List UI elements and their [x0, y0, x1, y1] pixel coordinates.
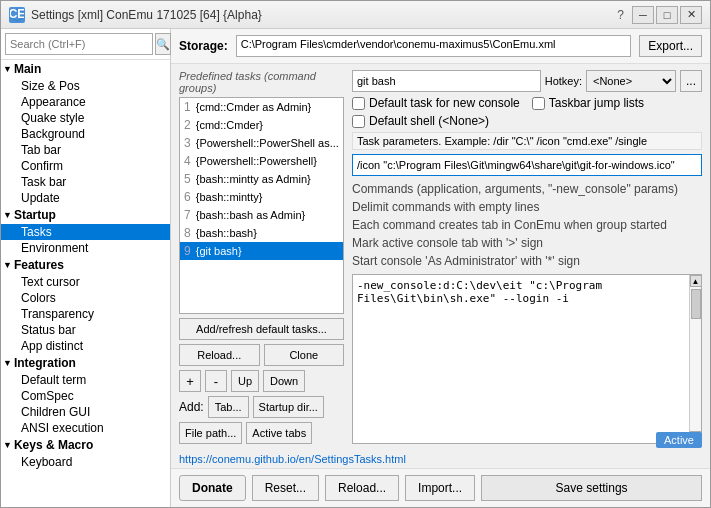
- remove-task-button[interactable]: -: [205, 370, 227, 392]
- taskbar-jump-checkbox-item: Taskbar jump lists: [532, 96, 644, 110]
- sidebar-item-update[interactable]: Update: [1, 190, 170, 206]
- task-item-3[interactable]: 3 {Powershell::PowerShell as...: [180, 134, 343, 152]
- task-item-6[interactable]: 6 {bash::mintty}: [180, 188, 343, 206]
- sidebar-item-background[interactable]: Background: [1, 126, 170, 142]
- task-item-9[interactable]: 9 {git bash}: [180, 242, 343, 260]
- sidebar-item-integration[interactable]: ▼ Integration: [1, 354, 170, 372]
- commands-textarea[interactable]: -new_console:d:C:\dev\eit "c:\Program Fi…: [353, 275, 689, 443]
- task-item-1[interactable]: 1 {cmd::Cmder as Admin}: [180, 98, 343, 116]
- scroll-thumb[interactable]: [691, 289, 701, 319]
- sidebar-item-features[interactable]: ▼ Features: [1, 256, 170, 274]
- task-item-7[interactable]: 7 {bash::bash as Admin}: [180, 206, 343, 224]
- sidebar-item-size-pos[interactable]: Size & Pos: [1, 78, 170, 94]
- window-controls: ─ □ ✕: [632, 6, 702, 24]
- params-description: Task parameters. Example: /dir "C:\" /ic…: [352, 132, 702, 150]
- search-button[interactable]: 🔍: [155, 33, 171, 55]
- maximize-button[interactable]: □: [656, 6, 678, 24]
- commands-label-3: Each command creates tab in ConEmu when …: [352, 218, 667, 232]
- default-new-console-checkbox-item: Default task for new console: [352, 96, 520, 110]
- tasks-panel: Predefined tasks (command groups) 1 {cmd…: [171, 64, 710, 450]
- add-label: Add:: [179, 400, 204, 414]
- donate-button[interactable]: Donate: [179, 475, 246, 501]
- sidebar-item-confirm[interactable]: Confirm: [1, 158, 170, 174]
- minimize-button[interactable]: ─: [632, 6, 654, 24]
- close-button[interactable]: ✕: [680, 6, 702, 24]
- file-path-button[interactable]: File path...: [179, 422, 242, 444]
- commands-label-4: Mark active console tab with '>' sign: [352, 236, 543, 250]
- commands-textarea-wrap: -new_console:d:C:\dev\eit "c:\Program Fi…: [352, 274, 702, 444]
- move-down-button[interactable]: Down: [263, 370, 305, 392]
- tab-button[interactable]: Tab...: [208, 396, 249, 418]
- settings-link[interactable]: https://conemu.github.io/en/SettingsTask…: [179, 453, 406, 465]
- export-button[interactable]: Export...: [639, 35, 702, 57]
- active-tabs-button[interactable]: Active tabs: [246, 422, 312, 444]
- sidebar-item-status-bar[interactable]: Status bar: [1, 322, 170, 338]
- checkboxes-row2: Default shell (<None>): [352, 114, 702, 128]
- sidebar-item-appearance[interactable]: Appearance: [1, 94, 170, 110]
- task-name-input[interactable]: [352, 70, 541, 92]
- section-label: Predefined tasks (command groups): [179, 70, 344, 94]
- sidebar-item-ansi-execution[interactable]: ANSI execution: [1, 420, 170, 436]
- task-item-4[interactable]: 4 {Powershell::Powershell}: [180, 152, 343, 170]
- sidebar-item-main[interactable]: ▼ Main: [1, 60, 170, 78]
- sidebar-item-keyboard[interactable]: Keyboard: [1, 454, 170, 470]
- sidebar-label-startup: Startup: [14, 208, 56, 222]
- help-icon[interactable]: ?: [617, 8, 624, 22]
- bottom-link-area: https://conemu.github.io/en/SettingsTask…: [171, 450, 710, 468]
- expand-arrow-features: ▼: [3, 260, 12, 270]
- sidebar-item-environment[interactable]: Environment: [1, 240, 170, 256]
- sidebar-item-transparency[interactable]: Transparency: [1, 306, 170, 322]
- add-refresh-button[interactable]: Add/refresh default tasks...: [179, 318, 344, 340]
- active-badge: Active: [656, 432, 702, 448]
- add-task-button[interactable]: +: [179, 370, 201, 392]
- save-settings-button[interactable]: Save settings: [481, 475, 702, 501]
- sidebar-item-quake-style[interactable]: Quake style: [1, 110, 170, 126]
- sidebar-item-text-cursor[interactable]: Text cursor: [1, 274, 170, 290]
- main-content: 🔍 ▼ Main Size & Pos Appearance Quake sty…: [1, 29, 710, 507]
- sidebar-label-features: Features: [14, 258, 64, 272]
- active-badge-container: Active: [656, 432, 702, 448]
- commands-label-5: Start console 'As Administrator' with '*…: [352, 254, 580, 268]
- sidebar-item-tab-bar[interactable]: Tab bar: [1, 142, 170, 158]
- reset-button[interactable]: Reset...: [252, 475, 319, 501]
- reload-button[interactable]: Reload...: [179, 344, 260, 366]
- search-input[interactable]: [5, 33, 153, 55]
- storage-bar: Storage: C:\Program Files\cmder\vendor\c…: [171, 29, 710, 64]
- window-title: Settings [xml] ConEmu 171025 [64] {Alpha…: [31, 8, 262, 22]
- icon-path-input[interactable]: [352, 154, 702, 176]
- expand-arrow-startup: ▼: [3, 210, 12, 220]
- commands-description: Commands (application, arguments, "-new_…: [352, 180, 702, 270]
- storage-path: C:\Program Files\cmder\vendor\conemu-max…: [236, 35, 632, 57]
- scroll-up-arrow[interactable]: ▲: [690, 275, 702, 287]
- default-shell-checkbox[interactable]: [352, 115, 365, 128]
- titlebar-left: CE Settings [xml] ConEmu 171025 [64] {Al…: [9, 7, 262, 23]
- default-new-console-checkbox[interactable]: [352, 97, 365, 110]
- sidebar-label-main: Main: [14, 62, 41, 76]
- sidebar-item-keys-macro[interactable]: ▼ Keys & Macro: [1, 436, 170, 454]
- task-item-8[interactable]: 8 {bash::bash}: [180, 224, 343, 242]
- import-button[interactable]: Import...: [405, 475, 475, 501]
- sidebar-item-default-term[interactable]: Default term: [1, 372, 170, 388]
- default-shell-label: Default shell (<None>): [369, 114, 489, 128]
- sidebar-item-children-gui[interactable]: Children GUI: [1, 404, 170, 420]
- sidebar: 🔍 ▼ Main Size & Pos Appearance Quake sty…: [1, 29, 171, 507]
- task-detail: Hotkey: <None> ... Default task for new …: [352, 70, 702, 444]
- reload-settings-button[interactable]: Reload...: [325, 475, 399, 501]
- startup-dir-button[interactable]: Startup dir...: [253, 396, 324, 418]
- sidebar-item-tasks[interactable]: Tasks: [1, 224, 170, 240]
- taskbar-jump-checkbox[interactable]: [532, 97, 545, 110]
- task-item-2[interactable]: 2 {cmd::Cmder}: [180, 116, 343, 134]
- hotkey-select[interactable]: <None>: [586, 70, 676, 92]
- hotkey-more-button[interactable]: ...: [680, 70, 702, 92]
- sidebar-item-task-bar[interactable]: Task bar: [1, 174, 170, 190]
- svg-text:CE: CE: [10, 8, 24, 21]
- task-item-5[interactable]: 5 {bash::mintty as Admin}: [180, 170, 343, 188]
- sidebar-item-comspec[interactable]: ComSpec: [1, 388, 170, 404]
- sidebar-item-colors[interactable]: Colors: [1, 290, 170, 306]
- sidebar-item-app-distinct[interactable]: App distinct: [1, 338, 170, 354]
- sidebar-item-startup[interactable]: ▼ Startup: [1, 206, 170, 224]
- clone-button[interactable]: Clone: [264, 344, 345, 366]
- add-refresh-row: Add/refresh default tasks...: [179, 318, 344, 340]
- task-nav-row: + - Up Down: [179, 370, 344, 392]
- move-up-button[interactable]: Up: [231, 370, 259, 392]
